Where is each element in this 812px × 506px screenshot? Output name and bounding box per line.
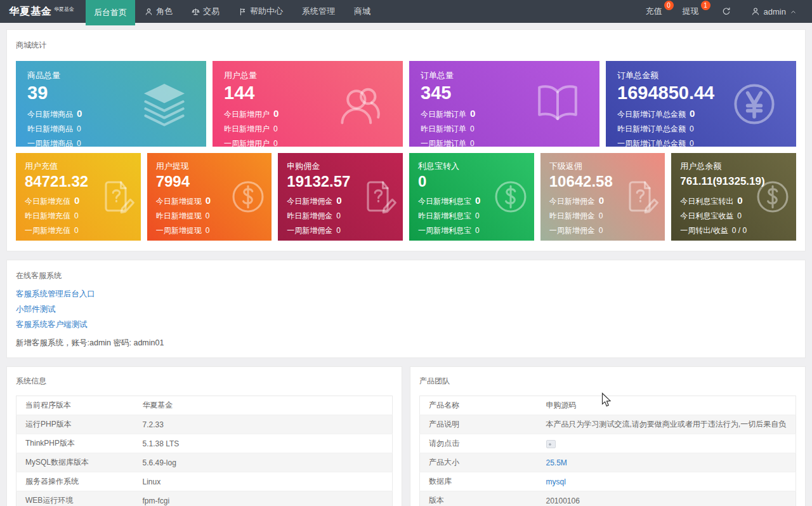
stat-line-label: 一周新增订单总金额 [617,138,686,147]
card-title: 下级返佣 [549,161,657,172]
service-account-note: 新增客服系统，账号:admin 密码: admin01 [16,338,796,349]
table-row: 服务器操作系统Linux [16,472,393,491]
stat-line-label: 今日利息宝转出 [680,196,733,207]
card-title: 用户总余额 [680,161,787,172]
image-placeholder-icon[interactable] [546,440,556,448]
row-value [537,434,796,453]
card-title: 利息宝转入 [418,161,525,172]
navbar-right: 充值 0 提现 1 admin [638,0,812,23]
stat-line-value: 0 [74,226,79,235]
user-icon [145,8,153,16]
menu-item-label: 商城 [354,6,370,17]
section-title-mall-statistics: 商城统计 [16,40,796,51]
app-subtitle: 华夏基金 [54,6,74,13]
table-row: MySQL数据库版本5.6.49-log [16,453,393,472]
product-team-panel: 产品团队 产品名称申购源码产品说明本产品只为学习测试交流,请勿要做商业或者用于违… [410,366,806,506]
stat-line-label: 一周新增提现 [156,225,202,236]
row-value: mysql [537,472,796,491]
stat-card-goods-total: 商品总量39今日新增商品0昨日新增商品0一周新增商品0 [16,61,206,147]
menu-item-roles[interactable]: 角色 [135,0,182,23]
menu-item-system[interactable]: 系统管理 [292,0,344,23]
row-label: 服务器操作系统 [16,472,134,491]
stat-line-value: 0 [273,124,278,133]
menu-item-trade[interactable]: 交易 [182,0,229,23]
row-label: ThinkPHP版本 [16,434,134,453]
card-stat-line: 今日利息宝收益0 [680,211,787,222]
menu-item-label: 角色 [156,6,173,17]
row-value-link[interactable]: mysql [546,477,566,486]
card-stat-line: 今日新增订单总金额0 [617,108,785,120]
card-title: 订单总金额 [617,70,785,81]
link-service-client-test[interactable]: 客服系统客户端测试 [16,319,88,330]
menu-item-mall[interactable]: 商城 [344,0,380,23]
link-widget-test[interactable]: 小部件测试 [16,304,56,315]
refresh-icon [722,7,731,16]
row-value: Linux [134,472,393,491]
stat-line-label: 今日新增订单 [421,109,466,120]
row-label: 产品名称 [420,396,537,415]
card-value: 1694850.44 [617,82,785,104]
stat-line-label: 昨日新增商品 [27,124,73,135]
row-value: 本产品只为学习测试交流,请勿要做商业或者用于违法行为,一切后果自负 [537,415,796,434]
row-label: 运行PHP版本 [16,415,134,434]
chevron-up-icon [790,8,797,15]
top-navbar: 华夏基金 华夏基金 后台首页角色交易帮助中心系统管理商城 充值 0 提现 1 a… [0,0,812,23]
row-value-link[interactable]: 25.5M [546,458,567,467]
row-value: fpm-fcgi [134,491,393,506]
refresh-button[interactable] [712,0,741,23]
card-stat-line: 今日新增佣金0 [549,195,657,207]
stat-line-value: 0 [470,108,475,119]
row-label: MySQL数据库版本 [16,453,134,472]
recharge-button[interactable]: 充值 0 [638,0,675,23]
menu-item-help[interactable]: 帮助中心 [229,0,292,23]
card-value: 0 [418,173,525,191]
small-stat-cards-row: 用户充值84721.32今日新增充值0昨日新增充值0一周新增充值0用户提现799… [16,153,796,241]
section-title-online-service: 在线客服系统 [16,270,796,281]
card-stat-line: 一周新增订单0 [421,138,588,147]
card-stat-line: 一周转出/收益0 / 0 [680,225,787,236]
mall-statistics-panel: 商城统计 商品总量39今日新增商品0昨日新增商品0一周新增商品0用户总量144今… [6,29,806,251]
card-value: 84721.32 [25,173,132,191]
card-stat-line: 今日新增佣金0 [287,195,394,207]
stat-line-value: 0 [737,195,742,206]
stat-line-value: 0 [206,211,210,220]
row-label: 当前程序版本 [16,396,134,415]
card-stat-line: 一周新增商品0 [27,138,195,147]
menu-item-home[interactable]: 后台首页 [86,0,135,25]
section-title-product-team: 产品团队 [419,376,796,387]
stat-line-value: 0 [74,211,79,220]
app-logo[interactable]: 华夏基金 华夏基金 [0,0,86,23]
card-title: 用户总量 [224,70,391,81]
table-row: 产品说明本产品只为学习测试交流,请勿要做商业或者用于违法行为,一切后果自负 [420,415,796,434]
card-stat-line: 今日新增用户0 [224,108,391,120]
stat-card-purchase-commission: 申购佣金19132.57今日新增佣金0昨日新增佣金0一周新增佣金0 [278,153,403,241]
card-value: 761.11(91325.19) [680,173,787,191]
menu-item-label: 交易 [203,6,219,17]
stat-line-value: 0 [599,211,603,220]
stat-line-value: 0 [475,211,480,220]
admin-user-menu[interactable]: admin [741,0,807,23]
stat-line-label: 昨日新增充值 [25,211,70,222]
table-row: 请勿点击 [420,434,796,453]
stat-line-value: 0 [470,139,475,147]
stat-line-value: 0 [690,108,695,119]
big-stat-cards-row: 商品总量39今日新增商品0昨日新增商品0一周新增商品0用户总量144今日新增用户… [16,61,796,147]
stat-card-users-total: 用户总量144今日新增用户0昨日新增用户0一周新增用户0 [213,61,403,147]
menu-item-label: 后台首页 [94,7,127,18]
withdraw-button[interactable]: 提现 1 [675,0,712,23]
stat-line-label: 一周新增佣金 [549,225,595,236]
link-service-admin-entry[interactable]: 客服系统管理后台入口 [16,289,95,300]
stat-card-sub-rebate: 下级返佣10642.58今日新增佣金0昨日新增佣金0一周新增佣金0 [540,153,665,241]
card-value: 345 [421,82,588,104]
row-label: 数据库 [420,472,537,491]
stat-card-user-recharge: 用户充值84721.32今日新增充值0昨日新增充值0一周新增充值0 [16,153,141,241]
stat-line-label: 今日新增充值 [25,196,70,207]
card-stat-line: 昨日新增佣金0 [549,211,657,222]
stat-card-user-withdraw: 用户提现7994今日新增提现0昨日新增提现0一周新增提现0 [147,153,272,241]
card-value: 39 [27,82,195,104]
stat-line-label: 今日新增佣金 [287,196,332,207]
stat-line-label: 今日新增用户 [224,109,270,120]
card-title: 申购佣金 [287,161,394,172]
menu-item-label: 系统管理 [302,6,335,17]
stat-line-value: 0 [690,139,694,147]
